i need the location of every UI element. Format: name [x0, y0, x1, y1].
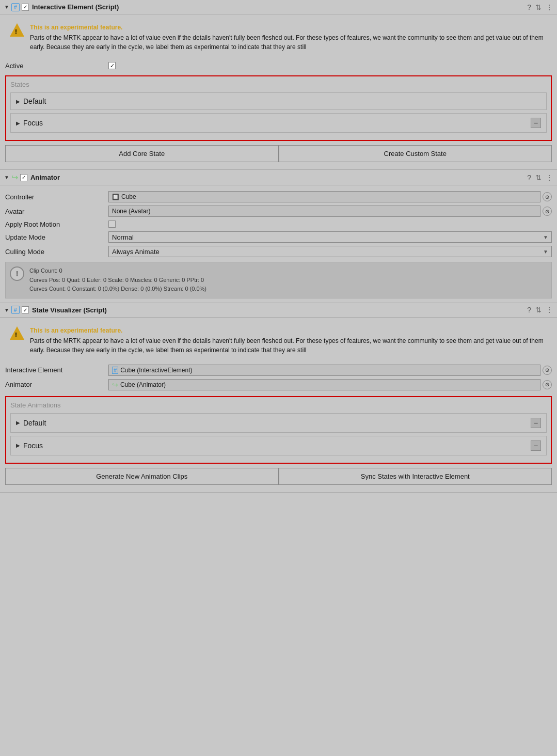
animator-body: Controller 🔲 Cube ⊙ Avatar None (Avatar)…	[0, 185, 557, 303]
avatar-select-btn[interactable]: ⊙	[543, 207, 552, 216]
panel3-title: State Visualizer (Script)	[32, 306, 527, 314]
panel2-actions: ? ⇅ ⋮	[527, 174, 553, 182]
state-item-focus-1: ▶ Focus −	[10, 113, 547, 133]
warning-box-1: ! This is an experimental feature. Parts…	[5, 19, 552, 56]
interactive-element-field-row: Interactive Element # Cube (InteractiveE…	[5, 363, 552, 377]
state-anim-remove-focus[interactable]: −	[531, 440, 541, 451]
enable-checkbox-2[interactable]: ✓	[20, 174, 27, 181]
interactive-obj-icon: #	[112, 367, 118, 374]
culling-mode-label: Culling Mode	[5, 248, 108, 256]
state-anim-name-default: Default	[23, 419, 46, 427]
state-animations-panel: State Animations ▶ Default − ▶ Focus −	[5, 396, 552, 464]
avatar-object-field[interactable]: None (Avatar)	[108, 206, 540, 217]
more-icon-3[interactable]: ⋮	[546, 306, 553, 314]
animator-object-field-3[interactable]: ↪ Cube (Animator)	[108, 379, 540, 390]
create-custom-state-button[interactable]: Create Custom State	[279, 145, 552, 162]
controller-label: Controller	[5, 193, 108, 201]
panel2-title: Animator	[30, 174, 527, 181]
warning-text-1: This is an experimental feature. Parts o…	[30, 23, 548, 52]
update-mode-dropdown[interactable]: Normal ▼	[108, 231, 552, 243]
interactive-element-object-field[interactable]: # Cube (InteractiveElement)	[108, 365, 540, 376]
state-animations-title: State Animations	[10, 401, 547, 409]
sync-states-button[interactable]: Sync States with Interactive Element	[279, 468, 552, 485]
controller-obj-name: Cube	[121, 193, 537, 200]
culling-mode-value: Always Animate ▼	[108, 246, 552, 257]
animator-header: ▼ ↪ ✓ Animator ? ⇅ ⋮	[0, 170, 557, 185]
warning-title-3: This is an experimental feature.	[30, 326, 548, 335]
anim-info-line1: Clip Count: 0	[29, 267, 62, 274]
controller-value: 🔲 Cube ⊙	[108, 191, 552, 202]
state-anim-remove-default[interactable]: −	[531, 418, 541, 428]
panel1-title: Interactive Element (Script)	[32, 3, 527, 11]
avatar-field-row: Avatar None (Avatar) ⊙	[5, 204, 552, 218]
panel1-actions: ? ⇅ ⋮	[527, 3, 553, 11]
apply-root-value	[108, 220, 552, 228]
animator-panel: ▼ ↪ ✓ Animator ? ⇅ ⋮ Controller 🔲 Cube ⊙…	[0, 170, 557, 303]
interactive-element-header: ▼ # ✓ Interactive Element (Script) ? ⇅ ⋮	[0, 0, 557, 14]
state-anim-item-default: ▶ Default −	[10, 413, 547, 433]
collapse-arrow-3[interactable]: ▼	[4, 307, 9, 313]
more-icon-2[interactable]: ⋮	[546, 174, 553, 182]
active-checkbox[interactable]: ✓	[108, 62, 116, 69]
interactive-element-value: # Cube (InteractiveElement) ⊙	[108, 365, 552, 376]
active-field-row: Active ✓	[5, 60, 552, 71]
avatar-obj-name: None (Avatar)	[112, 208, 537, 215]
warning-body-1: Parts of the MRTK appear to have a lot o…	[30, 34, 544, 51]
collapse-arrow-1[interactable]: ▼	[4, 4, 9, 10]
animator-label-3: Animator	[5, 381, 108, 388]
apply-root-checkbox[interactable]	[108, 220, 116, 228]
warning-body-3: Parts of the MRTK appear to have a lot o…	[30, 337, 544, 354]
animator-obj-name-3: Cube (Animator)	[120, 381, 537, 388]
state-default-label-1[interactable]: ▶ Default	[16, 97, 46, 105]
culling-mode-field-row: Culling Mode Always Animate ▼	[5, 244, 552, 259]
more-icon-1[interactable]: ⋮	[546, 3, 553, 11]
generate-animation-clips-button[interactable]: Generate New Animation Clips	[5, 468, 279, 485]
apply-root-field-row: Apply Root Motion	[5, 218, 552, 230]
update-mode-label: Update Mode	[5, 233, 108, 241]
anim-info-line2: Curves Pos: 0 Quat: 0 Euler: 0 Scale: 0 …	[29, 277, 204, 283]
anim-info-box: ! Clip Count: 0 Curves Pos: 0 Quat: 0 Eu…	[5, 262, 552, 298]
warning-text-3: This is an experimental feature. Parts o…	[30, 326, 548, 355]
add-core-state-button[interactable]: Add Core State	[5, 145, 279, 162]
help-icon-1[interactable]: ?	[527, 3, 531, 11]
culling-mode-dropdown[interactable]: Always Animate ▼	[108, 246, 552, 257]
interactive-obj-name: Cube (InteractiveElement)	[120, 367, 537, 374]
animator-obj-icon: ↪	[112, 381, 118, 389]
warning-icon-3: !	[9, 326, 25, 341]
culling-mode-text: Always Animate	[112, 248, 543, 256]
state-focus-label-1[interactable]: ▶ Focus	[16, 119, 43, 127]
controller-object-field[interactable]: 🔲 Cube	[108, 191, 540, 202]
apply-root-label: Apply Root Motion	[5, 220, 108, 228]
controller-select-btn[interactable]: ⊙	[543, 192, 552, 201]
state-arrow-default-1: ▶	[16, 99, 20, 104]
sliders-icon-1[interactable]: ⇅	[535, 3, 542, 11]
animator-field-row-3: Animator ↪ Cube (Animator) ⊙	[5, 377, 552, 392]
help-icon-3[interactable]: ?	[527, 306, 531, 314]
help-icon-2[interactable]: ?	[527, 174, 531, 182]
state-name-default-1: Default	[23, 97, 46, 105]
state-anim-name-focus: Focus	[23, 442, 43, 450]
active-label: Active	[5, 62, 108, 70]
interactive-select-btn[interactable]: ⊙	[543, 366, 552, 375]
sliders-icon-3[interactable]: ⇅	[535, 306, 542, 314]
state-anim-focus-label[interactable]: ▶ Focus	[16, 442, 43, 450]
interactive-element-body: ! This is an experimental feature. Parts…	[0, 14, 557, 169]
sliders-icon-2[interactable]: ⇅	[535, 174, 542, 182]
update-mode-text: Normal	[112, 233, 543, 241]
state-visualizer-panel: ▼ # ✓ State Visualizer (Script) ? ⇅ ⋮ ! …	[0, 303, 557, 493]
collapse-arrow-2[interactable]: ▼	[4, 175, 9, 180]
states-panel-1: States ▶ Default ▶ Focus −	[5, 75, 552, 141]
active-value: ✓	[108, 62, 552, 69]
state-anim-item-focus: ▶ Focus −	[10, 436, 547, 455]
state-remove-focus-1[interactable]: −	[531, 118, 541, 128]
animator-select-btn-3[interactable]: ⊙	[543, 380, 552, 389]
warning-icon-1: !	[9, 23, 25, 38]
update-mode-arrow: ▼	[543, 234, 548, 240]
controller-obj-icon: 🔲	[112, 194, 119, 200]
culling-mode-arrow: ▼	[543, 249, 548, 255]
update-mode-value: Normal ▼	[108, 231, 552, 243]
state-anim-default-label[interactable]: ▶ Default	[16, 419, 46, 427]
panel3-actions: ? ⇅ ⋮	[527, 306, 553, 314]
enable-checkbox-1[interactable]: ✓	[22, 4, 29, 11]
enable-checkbox-3[interactable]: ✓	[22, 306, 29, 313]
